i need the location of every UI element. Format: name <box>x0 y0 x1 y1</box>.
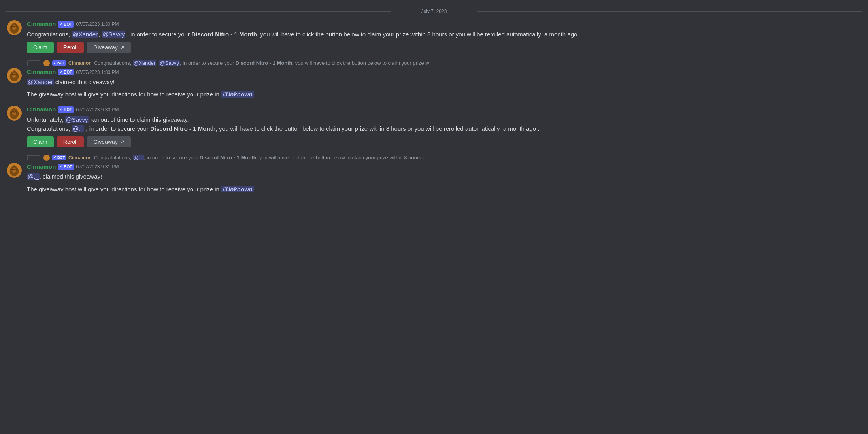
avatar-3 <box>6 105 22 121</box>
channel-mention-unknown-2: #Unknown <box>221 186 254 192</box>
bot-badge-4: ✓ BOT <box>58 164 74 170</box>
message-header-4: Cinnamon ✓ BOT 07/07/2023 9:31 PM <box>27 162 862 172</box>
reply-text-2: Congratulations, @._, in order to secure… <box>94 154 426 162</box>
message-header-2: Cinnamon ✓ BOT 07/07/2023 1:30 PM <box>27 68 862 77</box>
timestamp: 07/07/2023 1:30 PM <box>76 21 119 28</box>
mention-savvy: @Savvy <box>102 31 125 38</box>
giveaway-label: Giveaway <box>93 44 117 51</box>
message-group-4: Cinnamon ✓ BOT 07/07/2023 9:31 PM @._. c… <box>6 162 862 194</box>
timestamp-3: 07/07/2023 9:30 PM <box>76 106 119 113</box>
giveaway-label-2: Giveaway <box>93 139 117 145</box>
username-3: Cinnamon <box>27 105 56 114</box>
external-link-icon: ↗ <box>120 44 125 51</box>
timestamp-4: 07/07/2023 9:31 PM <box>76 163 119 170</box>
mention-dot-2: @._ <box>27 173 40 180</box>
avatar-2 <box>6 68 22 83</box>
reply-bot-badge-2: ✓ BOT <box>52 155 66 160</box>
reply-username: Cinnamon <box>68 60 92 67</box>
message-content-2: Cinnamon ✓ BOT 07/07/2023 1:30 PM @Xande… <box>27 68 862 99</box>
message-text-3b: Congratulations, @._., in order to secur… <box>27 124 862 133</box>
button-group-2: Claim Reroll Giveaway ↗ <box>27 136 862 147</box>
message-text-4: @._. claimed this giveaway! <box>27 172 862 181</box>
avatar-4 <box>6 162 22 178</box>
button-group: Claim Reroll Giveaway ↗ <box>27 42 862 53</box>
reply-bot-badge: ✓ BOT <box>52 60 66 66</box>
message-group: Cinnamon ✓ BOT 07/07/2023 1:30 PM Congra… <box>6 20 862 53</box>
message-content-3: Cinnamon ✓ BOT 07/07/2023 9:30 PM Unfort… <box>27 105 862 147</box>
message-group-2: Cinnamon ✓ BOT 07/07/2023 1:30 PM @Xande… <box>6 68 862 99</box>
username-2: Cinnamon <box>27 68 56 77</box>
message-header: Cinnamon ✓ BOT 07/07/2023 1:30 PM <box>27 20 862 29</box>
mention-xander-2: @Xander <box>27 79 54 85</box>
reply-text: Congratulations, @Xander, @Savvy, in ord… <box>94 59 429 67</box>
reroll-button[interactable]: Reroll <box>57 42 84 53</box>
message-content-4: Cinnamon ✓ BOT 07/07/2023 9:31 PM @._. c… <box>27 162 862 194</box>
message-group-3: Cinnamon ✓ BOT 07/07/2023 9:30 PM Unfort… <box>6 105 862 147</box>
date-divider: July 7, 2023 <box>6 8 862 15</box>
checkmark-icon: ✓ <box>60 22 63 27</box>
username: Cinnamon <box>27 20 56 29</box>
giveaway-host-text: The giveaway host will give you directio… <box>27 90 862 99</box>
avatar <box>6 20 22 36</box>
message-content: Cinnamon ✓ BOT 07/07/2023 1:30 PM Congra… <box>27 20 862 53</box>
reroll-button-2[interactable]: Reroll <box>57 136 84 147</box>
reply-indicator-2: ✓ BOT Cinnamon Congratulations, @._, in … <box>27 154 862 162</box>
message-text-3: Unfortunately, @Savvy ran out of time to… <box>27 115 862 124</box>
message-header-3: Cinnamon ✓ BOT 07/07/2023 9:30 PM <box>27 105 862 114</box>
mention-savvy-2: @Savvy <box>65 116 89 123</box>
svg-point-7 <box>43 155 50 161</box>
giveaway-host-text-2: The giveaway host will give you directio… <box>27 185 862 194</box>
mention-dot: @._ <box>72 125 84 132</box>
bot-badge: ✓ BOT <box>58 21 74 28</box>
claim-button-2[interactable]: Claim <box>27 136 54 147</box>
channel-mention-unknown: #Unknown <box>221 91 254 98</box>
claim-button[interactable]: Claim <box>27 42 54 53</box>
reply-avatar-2 <box>43 155 50 161</box>
giveaway-button-2[interactable]: Giveaway ↗ <box>87 136 130 147</box>
timestamp-2: 07/07/2023 1:30 PM <box>76 69 119 76</box>
reply-avatar <box>43 60 50 66</box>
bot-badge-2: ✓ BOT <box>58 69 74 75</box>
message-text-2: @Xander claimed this giveaway! <box>27 77 862 87</box>
mention-xander: @Xander <box>72 31 98 38</box>
message-text: Congratulations, @Xander, @Savvy , in or… <box>27 30 862 39</box>
bot-badge-3: ✓ BOT <box>58 106 74 113</box>
giveaway-button[interactable]: Giveaway ↗ <box>87 42 130 53</box>
username-4: Cinnamon <box>27 162 56 172</box>
reply-username-2: Cinnamon <box>68 154 92 161</box>
external-link-icon-2: ↗ <box>120 139 125 145</box>
reply-indicator: ✓ BOT Cinnamon Congratulations, @Xander,… <box>27 59 862 67</box>
svg-point-2 <box>43 60 50 66</box>
